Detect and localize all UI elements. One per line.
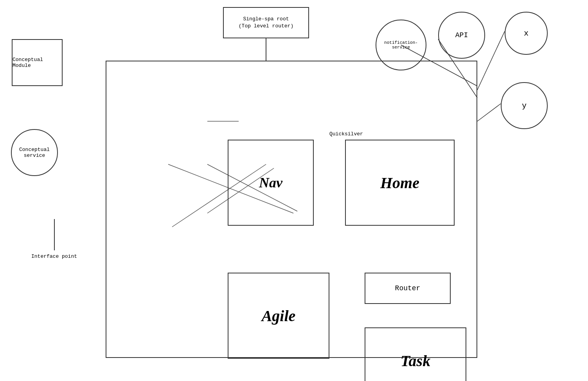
main-box: Quicksilver Nav Home Agile Router Task bbox=[106, 61, 477, 358]
task-label: Task bbox=[401, 352, 430, 370]
api-circle: API bbox=[438, 12, 485, 59]
legend-service-label: Conceptual service bbox=[12, 147, 57, 158]
api-label: API bbox=[455, 31, 468, 39]
legend-interface-label: Interface point bbox=[31, 253, 77, 259]
nav-box: Nav bbox=[228, 140, 314, 226]
router-box: Router bbox=[365, 273, 451, 304]
home-box: Home bbox=[345, 140, 455, 226]
diagram-container: Conceptual Module Conceptual service Int… bbox=[0, 0, 588, 381]
router-label: Router bbox=[395, 284, 421, 292]
legend-module-box: Conceptual Module bbox=[12, 39, 63, 86]
root-box: Single-spa root (Top level router) bbox=[223, 7, 309, 38]
root-box-text: Single-spa root (Top level router) bbox=[239, 16, 293, 30]
agile-box: Agile bbox=[228, 273, 329, 359]
legend-interface: Interface point bbox=[31, 219, 77, 259]
y-circle: y bbox=[501, 82, 548, 129]
notification-service-circle: notification-service bbox=[376, 20, 426, 70]
quicksilver-label: Quicksilver bbox=[329, 131, 363, 137]
nav-label: Nav bbox=[259, 174, 282, 191]
x-label: x bbox=[524, 29, 529, 38]
legend-service-circle: Conceptual service bbox=[11, 129, 58, 176]
legend-module-label: Conceptual Module bbox=[13, 57, 62, 68]
x-circle: x bbox=[505, 12, 548, 55]
y-label: y bbox=[522, 101, 527, 110]
home-label: Home bbox=[380, 174, 419, 192]
notif-label: notification-service bbox=[376, 40, 426, 50]
svg-line-9 bbox=[477, 104, 501, 121]
agile-label: Agile bbox=[262, 307, 296, 325]
task-box: Task bbox=[365, 327, 466, 381]
legend-interface-line bbox=[54, 219, 55, 250]
